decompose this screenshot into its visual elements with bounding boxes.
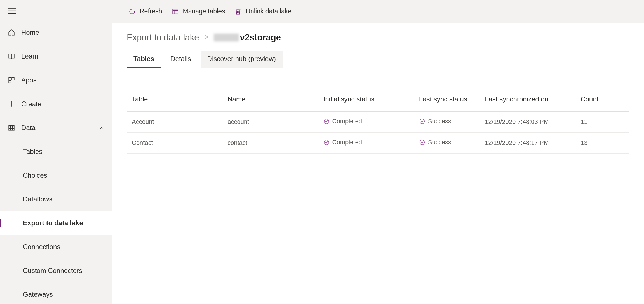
cell-table: Account bbox=[127, 111, 222, 133]
tables-grid: Table Name Initial sync status Last sync… bbox=[127, 90, 629, 154]
cell-last-sync-on: 12/19/2020 7:48:03 PM bbox=[480, 111, 575, 133]
cell-initial-sync: Completed bbox=[318, 111, 414, 133]
cell-count: 11 bbox=[575, 111, 629, 133]
sidebar-item-data[interactable]: Data bbox=[0, 116, 112, 140]
main-content: Refresh Manage tables Unlink data lake E… bbox=[112, 0, 644, 304]
svg-rect-13 bbox=[173, 9, 178, 14]
refresh-button[interactable]: Refresh bbox=[128, 5, 162, 18]
home-icon bbox=[8, 29, 15, 36]
breadcrumb-current: v2storage bbox=[214, 33, 281, 43]
unlink-data-lake-button[interactable]: Unlink data lake bbox=[234, 5, 292, 18]
grid-icon bbox=[8, 76, 15, 84]
table-icon bbox=[8, 124, 15, 131]
sidebar-item-label: Create bbox=[21, 100, 41, 108]
sidebar-sub-export-data-lake[interactable]: Export to data lake bbox=[0, 211, 112, 235]
svg-point-20 bbox=[324, 140, 329, 145]
sidebar-item-label: Apps bbox=[21, 76, 37, 84]
toolbar: Refresh Manage tables Unlink data lake bbox=[112, 0, 644, 23]
sidebar-sub-dataflows[interactable]: Dataflows bbox=[0, 187, 112, 211]
sidebar-sub-label: Gateways bbox=[23, 291, 53, 298]
sidebar: Home Learn Apps Create Data bbox=[0, 0, 112, 304]
toolbar-label: Unlink data lake bbox=[246, 8, 292, 15]
sidebar-item-label: Learn bbox=[21, 52, 38, 60]
check-circle-icon bbox=[419, 118, 425, 124]
svg-rect-5 bbox=[9, 80, 11, 83]
col-header-initial-sync[interactable]: Initial sync status bbox=[318, 90, 414, 111]
sidebar-sub-label: Custom Connectors bbox=[23, 267, 82, 275]
svg-rect-3 bbox=[9, 77, 11, 80]
toolbar-label: Manage tables bbox=[183, 8, 225, 15]
breadcrumb-root[interactable]: Export to data lake bbox=[127, 33, 199, 43]
chevron-up-icon bbox=[98, 125, 104, 131]
sidebar-item-home[interactable]: Home bbox=[0, 20, 112, 44]
check-circle-icon bbox=[323, 118, 330, 124]
cell-last-sync-on: 12/19/2020 7:48:17 PM bbox=[480, 133, 575, 154]
sidebar-sub-label: Tables bbox=[23, 148, 42, 156]
hamburger-menu[interactable] bbox=[0, 3, 112, 20]
cell-initial-sync: Completed bbox=[318, 133, 414, 154]
sidebar-sub-choices[interactable]: Choices bbox=[0, 163, 112, 187]
col-header-count[interactable]: Count bbox=[575, 90, 629, 111]
tab-details[interactable]: Details bbox=[164, 51, 198, 68]
sidebar-sub-label: Choices bbox=[23, 171, 47, 179]
cell-name: contact bbox=[222, 133, 318, 154]
col-header-name[interactable]: Name bbox=[222, 90, 318, 111]
sidebar-sub-label: Connections bbox=[23, 243, 60, 251]
tab-discover-hub[interactable]: Discover hub (preview) bbox=[201, 51, 283, 68]
refresh-icon bbox=[128, 8, 136, 15]
check-circle-icon bbox=[323, 139, 330, 145]
col-header-last-sync-on[interactable]: Last synchronized on bbox=[480, 90, 575, 111]
tabs: Tables Details Discover hub (preview) bbox=[127, 51, 629, 68]
plus-icon bbox=[8, 100, 15, 108]
sidebar-sub-tables[interactable]: Tables bbox=[0, 140, 112, 163]
chevron-right-icon bbox=[204, 33, 209, 43]
sidebar-sub-connections[interactable]: Connections bbox=[0, 235, 112, 259]
svg-point-18 bbox=[324, 119, 329, 124]
sidebar-sub-gateways[interactable]: Gateways bbox=[0, 282, 112, 304]
manage-tables-icon bbox=[172, 8, 179, 15]
svg-rect-8 bbox=[9, 125, 14, 130]
trash-icon bbox=[234, 8, 242, 15]
col-header-table[interactable]: Table bbox=[127, 90, 222, 111]
svg-point-21 bbox=[420, 140, 425, 145]
table-row[interactable]: Account account Completed Success bbox=[127, 111, 629, 133]
table-row[interactable]: Contact contact Completed Success bbox=[127, 133, 629, 154]
toolbar-label: Refresh bbox=[140, 8, 162, 15]
cell-last-sync: Success bbox=[414, 111, 480, 133]
cell-table: Contact bbox=[127, 133, 222, 154]
tab-label: Details bbox=[170, 55, 191, 62]
sidebar-item-label: Data bbox=[21, 124, 36, 132]
svg-point-19 bbox=[420, 119, 425, 124]
sidebar-sub-custom-connectors[interactable]: Custom Connectors bbox=[0, 259, 112, 282]
sidebar-sub-label: Export to data lake bbox=[23, 219, 83, 227]
sidebar-item-create[interactable]: Create bbox=[0, 92, 112, 116]
tab-label: Discover hub (preview) bbox=[207, 55, 276, 62]
redacted-text bbox=[214, 34, 239, 41]
check-circle-icon bbox=[419, 139, 425, 145]
col-header-last-sync[interactable]: Last sync status bbox=[414, 90, 480, 111]
sidebar-item-apps[interactable]: Apps bbox=[0, 68, 112, 92]
hamburger-icon bbox=[8, 8, 16, 14]
table-header-row: Table Name Initial sync status Last sync… bbox=[127, 90, 629, 111]
tab-label: Tables bbox=[133, 55, 154, 62]
sidebar-item-label: Home bbox=[21, 29, 39, 36]
sidebar-sub-label: Dataflows bbox=[23, 195, 52, 203]
breadcrumb: Export to data lake v2storage bbox=[127, 33, 629, 43]
sidebar-item-learn[interactable]: Learn bbox=[0, 44, 112, 68]
svg-rect-4 bbox=[12, 77, 14, 80]
cell-name: account bbox=[222, 111, 318, 133]
cell-last-sync: Success bbox=[414, 133, 480, 154]
manage-tables-button[interactable]: Manage tables bbox=[172, 5, 225, 18]
book-icon bbox=[8, 53, 15, 60]
tab-tables[interactable]: Tables bbox=[127, 51, 161, 68]
cell-count: 13 bbox=[575, 133, 629, 154]
